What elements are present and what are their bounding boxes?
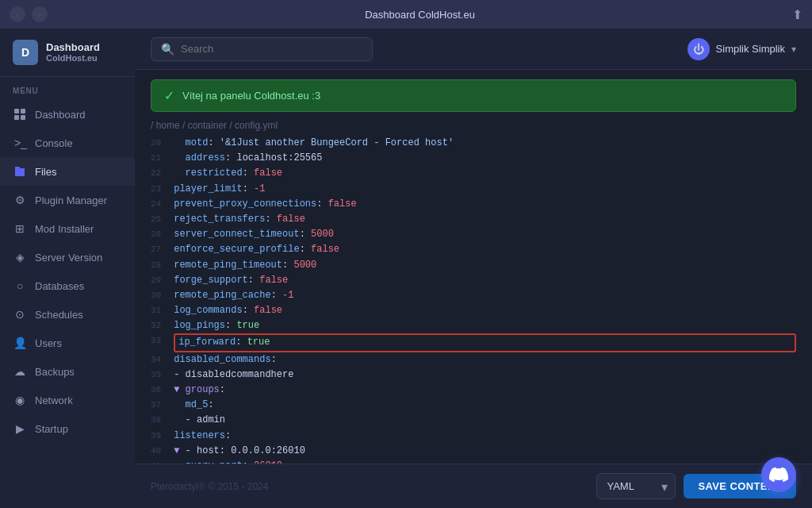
logo-avatar: D bbox=[13, 40, 38, 65]
schedules-icon: ⊙ bbox=[13, 307, 27, 321]
code-line-25: 25 reject_transfers: false bbox=[151, 212, 796, 227]
svg-rect-1 bbox=[21, 109, 25, 114]
sidebar-item-mod-installer[interactable]: ⊞ Mod Installer bbox=[0, 214, 135, 243]
code-line-36: 36 ▼ groups: bbox=[151, 383, 796, 398]
svg-rect-0 bbox=[14, 109, 19, 114]
format-select[interactable]: YAML JSON bbox=[596, 473, 676, 499]
code-line-24: 24 prevent_proxy_connections: false bbox=[151, 197, 796, 212]
sidebar-item-schedules[interactable]: ⊙ Schedules bbox=[0, 300, 135, 329]
back-button[interactable]: ‹ bbox=[10, 6, 25, 22]
logo-title: Dashboard bbox=[46, 41, 100, 54]
sidebar-item-label: Files bbox=[35, 166, 56, 178]
server-version-icon: ◈ bbox=[13, 250, 27, 264]
sidebar-item-label: Console bbox=[35, 137, 73, 149]
code-line-37: 37 md_5: bbox=[151, 398, 796, 413]
code-line-32: 32 log_pings: true bbox=[151, 318, 796, 333]
sidebar-item-dashboard[interactable]: Dashboard bbox=[0, 100, 135, 129]
svg-rect-3 bbox=[21, 115, 25, 120]
chevron-down-icon: ▾ bbox=[791, 44, 796, 55]
sidebar-item-label: Databases bbox=[35, 280, 84, 292]
user-menu[interactable]: ⏻ Simplik Simplik ▾ bbox=[688, 38, 796, 60]
sidebar-item-label: Mod Installer bbox=[35, 223, 94, 235]
yaml-select-wrapper: YAML JSON bbox=[596, 473, 676, 499]
sidebar: D Dashboard ColdHost.eu MENU Dashboard >… bbox=[0, 29, 135, 508]
search-box[interactable]: 🔍 bbox=[151, 37, 373, 61]
sidebar-item-label: Plugin Manager bbox=[35, 194, 107, 206]
search-icon: 🔍 bbox=[161, 43, 174, 56]
code-line-28: 28 remote_ping_timeout: 5000 bbox=[151, 258, 796, 273]
code-line-33: 33 ip_forward: true bbox=[151, 333, 796, 352]
databases-icon: ○ bbox=[13, 279, 27, 293]
search-input[interactable] bbox=[181, 43, 362, 55]
plugin-manager-icon: ⚙ bbox=[13, 193, 27, 207]
sidebar-item-label: Server Version bbox=[35, 252, 102, 264]
code-line-21: 21 address: localhost:25565 bbox=[151, 151, 796, 166]
code-line-40: 40 ▼ - host: 0.0.0.0:26010 bbox=[151, 444, 796, 459]
code-line-39: 39 listeners: bbox=[151, 429, 796, 444]
forward-button[interactable]: › bbox=[32, 6, 48, 22]
top-bar: 🔍 ⏻ Simplik Simplik ▾ bbox=[135, 29, 812, 70]
user-name: Simplik Simplik bbox=[716, 43, 785, 55]
discord-fab[interactable] bbox=[761, 457, 796, 492]
sidebar-item-label: Backups bbox=[35, 366, 75, 378]
sidebar-item-label: Dashboard bbox=[35, 109, 86, 121]
title-bar: ‹ › Dashboard ColdHost.eu ⬆ bbox=[0, 0, 812, 29]
startup-icon: ▶ bbox=[13, 421, 27, 436]
sidebar-item-startup[interactable]: ▶ Startup bbox=[0, 414, 135, 443]
code-line-30: 30 remote_ping_cache: -1 bbox=[151, 288, 796, 303]
dashboard-icon bbox=[13, 107, 27, 121]
sidebar-item-label: Startup bbox=[35, 423, 68, 435]
check-icon: ✓ bbox=[164, 88, 174, 103]
sidebar-item-backups[interactable]: ☁ Backups bbox=[0, 357, 135, 386]
console-icon: >_ bbox=[13, 136, 27, 150]
code-editor[interactable]: 20 motd: '&1Just another BungeeCord - Fo… bbox=[135, 136, 812, 464]
files-icon bbox=[13, 164, 27, 179]
logo-text: Dashboard ColdHost.eu bbox=[46, 41, 100, 64]
main-layout: D Dashboard ColdHost.eu MENU Dashboard >… bbox=[0, 29, 812, 508]
code-line-26: 26 server_connect_timeout: 5000 bbox=[151, 227, 796, 242]
code-line-34: 34 disabled_commands: bbox=[151, 352, 796, 368]
logo-subtitle: ColdHost.eu bbox=[46, 53, 100, 64]
breadcrumb: / home / container / config.yml bbox=[135, 112, 812, 136]
code-line-29: 29 forge_support: false bbox=[151, 273, 796, 288]
backups-icon: ☁ bbox=[13, 364, 27, 379]
users-icon: 👤 bbox=[13, 336, 27, 350]
notification-banner: ✓ Vítej na panelu Coldhost.eu :3 bbox=[151, 79, 796, 112]
code-line-20: 20 motd: '&1Just another BungeeCord - Fo… bbox=[151, 136, 796, 151]
sidebar-item-label: Network bbox=[35, 394, 73, 406]
sidebar-item-network[interactable]: ◉ Network bbox=[0, 386, 135, 414]
notification-text: Vítej na panelu Coldhost.eu :3 bbox=[182, 90, 320, 102]
menu-label: MENU bbox=[0, 77, 135, 100]
window-title: Dashboard ColdHost.eu bbox=[365, 9, 475, 21]
sidebar-item-console[interactable]: >_ Console bbox=[0, 129, 135, 157]
mod-installer-icon: ⊞ bbox=[13, 221, 27, 236]
code-line-22: 22 restricted: false bbox=[151, 166, 796, 181]
sidebar-item-files[interactable]: Files bbox=[0, 157, 135, 186]
code-line-38: 38 - admin bbox=[151, 413, 796, 428]
sidebar-item-label: Schedules bbox=[35, 309, 83, 321]
sidebar-item-users[interactable]: 👤 Users bbox=[0, 329, 135, 357]
sidebar-item-databases[interactable]: ○ Databases bbox=[0, 271, 135, 300]
content-area: 🔍 ⏻ Simplik Simplik ▾ ✓ Vítej na panelu … bbox=[135, 29, 812, 508]
sidebar-item-plugin-manager[interactable]: ⚙ Plugin Manager bbox=[0, 186, 135, 214]
sidebar-item-label: Users bbox=[35, 337, 62, 349]
footer-credit: Pterodactyl® © 2015 - 2024 bbox=[151, 481, 268, 492]
sidebar-logo: D Dashboard ColdHost.eu bbox=[0, 29, 135, 77]
upload-icon[interactable]: ⬆ bbox=[792, 7, 802, 22]
code-line-31: 31 log_commands: false bbox=[151, 303, 796, 318]
network-icon: ◉ bbox=[13, 393, 27, 407]
user-avatar: ⏻ bbox=[688, 38, 710, 60]
window-controls: ‹ › bbox=[10, 6, 48, 22]
code-line-35: 35 - disabledcommandhere bbox=[151, 368, 796, 383]
code-line-23: 23 player_limit: -1 bbox=[151, 182, 796, 197]
sidebar-item-server-version[interactable]: ◈ Server Version bbox=[0, 243, 135, 271]
footer-bar: Pterodactyl® © 2015 - 2024 YAML JSON SAV… bbox=[135, 464, 812, 508]
code-line-27: 27 enforce_secure_profile: false bbox=[151, 242, 796, 257]
svg-rect-2 bbox=[14, 115, 19, 120]
